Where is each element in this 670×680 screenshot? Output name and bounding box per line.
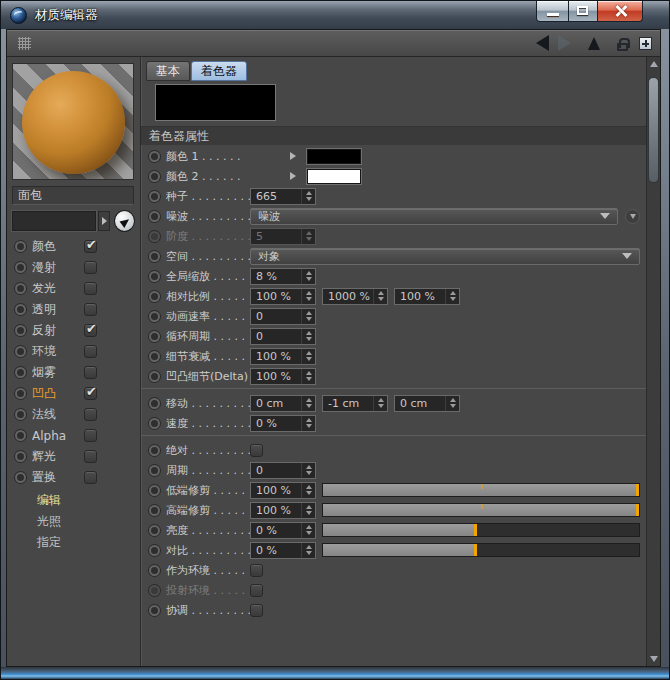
spinner-arrows-icon[interactable] xyxy=(301,269,315,284)
channel-checkbox-displacement[interactable] xyxy=(84,471,97,484)
shader-thumbnail[interactable] xyxy=(155,84,276,121)
param-circle-icon[interactable] xyxy=(149,505,160,516)
dropdown-space[interactable]: 对象 xyxy=(250,248,640,265)
scrollbar-thumb[interactable] xyxy=(648,77,659,183)
channel-circle-icon[interactable] xyxy=(15,367,26,378)
channel-row-bump[interactable]: 凹凸✔ xyxy=(12,383,135,404)
channel-row-environment[interactable]: 环境 xyxy=(12,341,135,362)
channel-checkbox-glow[interactable] xyxy=(84,450,97,463)
lock-icon[interactable] xyxy=(617,43,628,51)
channel-label-normal[interactable]: 法线 xyxy=(32,406,84,423)
param-circle-icon[interactable] xyxy=(149,605,160,616)
channel-label-displacement[interactable]: 置换 xyxy=(32,469,84,486)
channel-circle-icon[interactable] xyxy=(15,262,26,273)
spinner-high-clip[interactable]: 100 % xyxy=(250,502,316,519)
page-assign[interactable]: 指定 xyxy=(12,532,135,553)
spinner-arrows-icon[interactable] xyxy=(301,369,315,384)
maximize-button[interactable] xyxy=(569,1,597,22)
spinner-detail-attenuation[interactable]: 100 % xyxy=(250,348,316,365)
spinner-arrows-icon[interactable] xyxy=(301,543,315,558)
channel-row-luminance[interactable]: 发光 xyxy=(12,278,135,299)
spinner-arrows-icon[interactable] xyxy=(301,396,315,411)
slider-brightness[interactable] xyxy=(322,523,640,537)
channel-checkbox-environment[interactable] xyxy=(84,345,97,358)
param-circle-icon[interactable] xyxy=(149,171,160,182)
spinner-speed[interactable]: 0 % xyxy=(250,415,316,432)
channel-row-displacement[interactable]: 置换 xyxy=(12,467,135,488)
channel-row-reflection[interactable]: 反射✔ xyxy=(12,320,135,341)
param-circle-icon[interactable] xyxy=(149,231,160,242)
channel-label-bump[interactable]: 凹凸 xyxy=(32,385,84,402)
spinner-arrows-icon[interactable] xyxy=(301,229,315,244)
cinema4d-app-icon[interactable] xyxy=(10,7,27,24)
dropdown-noise[interactable]: 噪波 xyxy=(250,208,618,225)
param-circle-icon[interactable] xyxy=(149,445,160,456)
param-checkbox-coordinate[interactable] xyxy=(250,604,263,617)
preview-select-input[interactable] xyxy=(12,211,96,231)
spinner-loop-period[interactable]: 0 xyxy=(250,328,316,345)
channel-circle-icon[interactable] xyxy=(15,430,26,441)
vertical-scrollbar[interactable] xyxy=(646,57,660,666)
param-circle-icon[interactable] xyxy=(149,418,160,429)
slider-high-clip[interactable] xyxy=(322,503,640,517)
param-circle-icon[interactable] xyxy=(149,465,160,476)
spinner-arrows-icon[interactable] xyxy=(301,189,315,204)
channel-label-transparency[interactable]: 透明 xyxy=(32,301,84,318)
param-checkbox-absolute[interactable] xyxy=(250,444,263,457)
titlebar[interactable]: 材质编辑器 xyxy=(1,1,669,29)
slider-low-clip[interactable] xyxy=(322,483,640,497)
spinner-bump-delta[interactable]: 100 % xyxy=(250,368,316,385)
channel-circle-icon[interactable] xyxy=(15,283,26,294)
slider-handle[interactable] xyxy=(636,484,639,496)
preview-select-arrow-button[interactable] xyxy=(98,211,110,231)
channel-label-reflection[interactable]: 反射 xyxy=(32,322,84,339)
channel-label-diffusion[interactable]: 漫射 xyxy=(32,259,84,276)
up-arrow-icon[interactable] xyxy=(588,37,600,50)
channel-circle-icon[interactable] xyxy=(15,304,26,315)
param-circle-icon[interactable] xyxy=(149,311,160,322)
channel-circle-icon[interactable] xyxy=(15,388,26,399)
channel-checkbox-luminance[interactable] xyxy=(84,282,97,295)
spinner-low-clip[interactable]: 100 % xyxy=(250,482,316,499)
spinner-arrows-icon[interactable] xyxy=(301,416,315,431)
channel-label-luminance[interactable]: 发光 xyxy=(32,280,84,297)
channel-circle-icon[interactable] xyxy=(15,451,26,462)
add-window-icon[interactable] xyxy=(639,37,652,50)
spinner-arrows-icon[interactable] xyxy=(301,329,315,344)
spinner-octaves[interactable]: 5 xyxy=(250,228,316,245)
page-illumination[interactable]: 光照 xyxy=(12,511,135,532)
channel-circle-icon[interactable] xyxy=(15,346,26,357)
param-circle-icon[interactable] xyxy=(149,525,160,536)
spinner-animation-speed[interactable]: 0 xyxy=(250,308,316,325)
minimize-button[interactable] xyxy=(536,1,569,22)
spinner-arrows-icon[interactable] xyxy=(445,289,459,304)
param-checkbox-as-environment[interactable] xyxy=(250,564,263,577)
param-circle-icon[interactable] xyxy=(149,271,160,282)
spinner-arrows-icon[interactable] xyxy=(301,503,315,518)
param-circle-icon[interactable] xyxy=(149,351,160,362)
channel-checkbox-normal[interactable] xyxy=(84,408,97,421)
channel-circle-icon[interactable] xyxy=(15,472,26,483)
channel-label-glow[interactable]: 辉光 xyxy=(32,448,84,465)
expand-arrow-icon[interactable] xyxy=(290,172,296,180)
param-checkbox-project-environment[interactable] xyxy=(250,584,263,597)
param-circle-icon[interactable] xyxy=(149,291,160,302)
param-circle-icon[interactable] xyxy=(149,485,160,496)
channel-circle-icon[interactable] xyxy=(15,241,26,252)
channel-label-color[interactable]: 颜色 xyxy=(32,238,84,255)
channel-row-fog[interactable]: 烟雾 xyxy=(12,362,135,383)
spinner-movement-2[interactable]: 0 cm xyxy=(394,395,460,412)
channel-row-diffusion[interactable]: 漫射 xyxy=(12,257,135,278)
channel-circle-icon[interactable] xyxy=(15,409,26,420)
param-circle-icon[interactable] xyxy=(149,585,160,596)
color-swatch-color-2[interactable] xyxy=(306,168,362,185)
param-circle-icon[interactable] xyxy=(149,251,160,262)
color-swatch-color-1[interactable] xyxy=(306,148,362,165)
slider-handle[interactable] xyxy=(474,524,477,536)
channel-checkbox-fog[interactable] xyxy=(84,366,97,379)
channel-checkbox-transparency[interactable] xyxy=(84,303,97,316)
spinner-relative-scale-0[interactable]: 100 % xyxy=(250,288,316,305)
spinner-arrows-icon[interactable] xyxy=(373,396,387,411)
channel-row-normal[interactable]: 法线 xyxy=(12,404,135,425)
spinner-relative-scale-2[interactable]: 100 % xyxy=(394,288,460,305)
